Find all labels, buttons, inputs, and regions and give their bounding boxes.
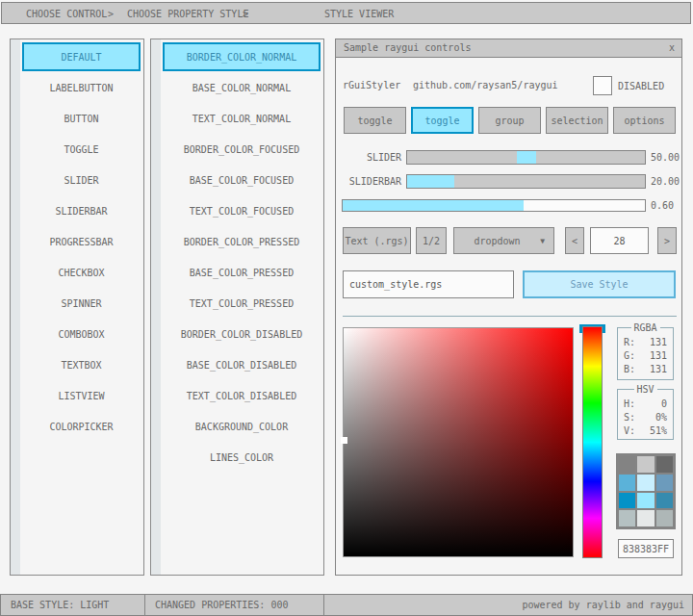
properties-list: BORDER_COLOR_NORMALBASE_COLOR_NORMALTEXT…: [163, 41, 321, 473]
rgba-title: RGBA: [630, 322, 659, 333]
property-item-text_color_pressed[interactable]: TEXT_COLOR_PRESSED: [163, 288, 321, 319]
hsv-row-v: V:51%: [624, 425, 667, 439]
toggle-button-4-options[interactable]: options: [613, 107, 676, 134]
controls-list-panel: DEFAULTLABELBUTTONBUTTONTOGGLESLIDERSLID…: [10, 38, 144, 576]
hex-color-value[interactable]: 838383FF: [618, 539, 674, 558]
step-choose-property-style: CHOOSE PROPERTY STYLE: [127, 9, 248, 19]
chevron-right-icon: >: [108, 9, 114, 19]
toggle-button-1-toggle[interactable]: toggle: [411, 107, 474, 134]
control-item-default[interactable]: DEFAULT: [22, 42, 141, 71]
toggle-button-2-group[interactable]: group: [478, 107, 541, 134]
control-item-checkbox[interactable]: CHECKBOX: [22, 257, 141, 288]
hue-bar[interactable]: [582, 326, 603, 558]
property-item-border_color_pressed[interactable]: BORDER_COLOR_PRESSED: [163, 226, 321, 257]
dropdown[interactable]: dropdown ▼: [453, 227, 554, 254]
app-name-label: rGuiStyler: [343, 80, 400, 90]
swatch-368baf[interactable]: [656, 493, 673, 509]
property-item-base_color_pressed[interactable]: BASE_COLOR_PRESSED: [163, 257, 321, 288]
rgba-row-g: G:131: [624, 350, 667, 364]
step-style-viewer: STYLE VIEWER: [324, 9, 394, 19]
text-rgs-button[interactable]: Text (.rgs): [343, 227, 411, 254]
toggle-button-3-selection[interactable]: selection: [546, 107, 608, 134]
property-item-text_color_focused[interactable]: TEXT_COLOR_FOCUSED: [163, 195, 321, 226]
spinner-increment-button[interactable]: >: [657, 227, 677, 254]
control-item-spinner[interactable]: SPINNER: [22, 288, 141, 319]
steps-toolbar: CHOOSE CONTROL > CHOOSE PROPERTY STYLE >…: [1, 2, 691, 24]
control-item-labelbutton[interactable]: LABELBUTTON: [22, 72, 141, 103]
property-item-base_color_disabled[interactable]: BASE_COLOR_DISABLED: [163, 349, 321, 380]
color-picker-area[interactable]: [343, 327, 574, 557]
swatch-6c9bbc[interactable]: [656, 475, 673, 491]
hsv-row-s: S:0%: [624, 412, 667, 425]
control-item-button[interactable]: BUTTON: [22, 103, 141, 134]
scrollbar-track[interactable]: [151, 39, 161, 575]
filename-input[interactable]: custom_style.rgs: [343, 270, 514, 298]
property-item-text_color_normal[interactable]: TEXT_COLOR_NORMAL: [163, 103, 321, 134]
swatch-0492c7[interactable]: [619, 493, 635, 509]
disabled-checkbox-label: DISABLED: [618, 81, 664, 91]
chevron-right-icon: >: [243, 9, 248, 19]
control-item-colorpicker[interactable]: COLORPICKER: [22, 411, 141, 442]
slider-label: SLIDER: [336, 152, 401, 163]
hsv-groupbox: HSV H:0S:0%V:51%: [617, 389, 674, 440]
swatch-c9effe[interactable]: [637, 475, 654, 491]
property-item-text_color_disabled[interactable]: TEXT_COLOR_DISABLED: [163, 380, 321, 411]
scrollbar-track[interactable]: [11, 39, 20, 575]
slider-handle[interactable]: [517, 151, 536, 164]
dropdown-value: dropdown: [474, 236, 520, 246]
swatch-97e8ff[interactable]: [637, 493, 654, 509]
step-choose-control: CHOOSE CONTROL: [26, 9, 107, 19]
swatch-838383[interactable]: [619, 456, 635, 473]
hsv-title: HSV: [633, 384, 656, 395]
property-item-border_color_focused[interactable]: BORDER_COLOR_FOCUSED: [163, 134, 321, 165]
swatch-c9c9c9[interactable]: [637, 456, 654, 473]
property-item-background_color[interactable]: BACKGROUND_COLOR: [163, 411, 321, 442]
swatch-5bb2d9[interactable]: [619, 475, 635, 491]
property-item-border_color_normal[interactable]: BORDER_COLOR_NORMAL: [163, 42, 321, 71]
controls-list: DEFAULTLABELBUTTONBUTTONTOGGLESLIDERSLID…: [22, 41, 141, 442]
toggle-group: toggletogglegroupselectionoptions: [344, 107, 676, 134]
style-color-swatches: [616, 453, 676, 529]
window-titlebar[interactable]: Sample raygui controls x: [336, 39, 681, 58]
control-item-toggle[interactable]: TOGGLE: [22, 134, 141, 165]
property-item-base_color_normal[interactable]: BASE_COLOR_NORMAL: [163, 72, 321, 103]
color-picker-cursor[interactable]: [341, 437, 347, 444]
control-item-slider[interactable]: SLIDER: [22, 165, 141, 195]
rgba-row-r: R:131: [624, 337, 667, 350]
control-item-textbox[interactable]: TEXTBOX: [22, 349, 141, 380]
sliderbar[interactable]: [406, 174, 646, 189]
slider-value: 50.00: [651, 152, 680, 163]
rguistyler-app: CHOOSE CONTROL > CHOOSE PROPERTY STYLE >…: [0, 0, 693, 616]
hsv-row-h: H:0: [624, 398, 667, 412]
sliderbar-value: 20.00: [651, 176, 680, 187]
toggle-button-0-toggle[interactable]: toggle: [344, 107, 406, 134]
base-style-status: BASE STYLE: LIGHT: [0, 594, 145, 616]
property-item-lines_color[interactable]: LINES_COLOR: [163, 442, 321, 473]
progress-fill: [343, 200, 524, 211]
close-icon[interactable]: x: [669, 39, 675, 57]
sample-controls-window: Sample raygui controls x rGuiStyler gith…: [335, 38, 682, 576]
property-item-border_color_disabled[interactable]: BORDER_COLOR_DISABLED: [163, 319, 321, 349]
swatch-e6e9e9[interactable]: [637, 510, 654, 526]
divider-line: [343, 316, 677, 317]
control-item-listview[interactable]: LISTVIEW: [22, 380, 141, 411]
spinner-decrement-button[interactable]: <: [565, 227, 584, 254]
rgba-row-b: B:131: [624, 364, 667, 377]
half-button[interactable]: 1/2: [416, 227, 447, 254]
slider[interactable]: [406, 150, 646, 165]
disabled-checkbox[interactable]: [593, 76, 612, 95]
control-item-combobox[interactable]: COMBOBOX: [22, 319, 141, 349]
spinner-value[interactable]: 28: [590, 227, 649, 254]
control-item-progressbar[interactable]: PROGRESSBAR: [22, 226, 141, 257]
chevron-down-icon: ▼: [540, 237, 545, 245]
swatch-686868[interactable]: [656, 456, 673, 473]
swatch-b5c1c2[interactable]: [619, 510, 635, 526]
property-item-base_color_focused[interactable]: BASE_COLOR_FOCUSED: [163, 165, 321, 195]
swatch-aeb7b7[interactable]: [656, 510, 673, 526]
save-style-button[interactable]: Save Style: [523, 270, 676, 298]
properties-list-panel: BORDER_COLOR_NORMALBASE_COLOR_NORMALTEXT…: [150, 38, 324, 576]
sliderbar-label: SLIDERBAR: [336, 176, 401, 187]
powered-by-label: powered by raylib and raygui: [323, 594, 693, 616]
github-link[interactable]: github.com/raysan5/raygui: [413, 80, 558, 90]
control-item-sliderbar[interactable]: SLIDERBAR: [22, 195, 141, 226]
